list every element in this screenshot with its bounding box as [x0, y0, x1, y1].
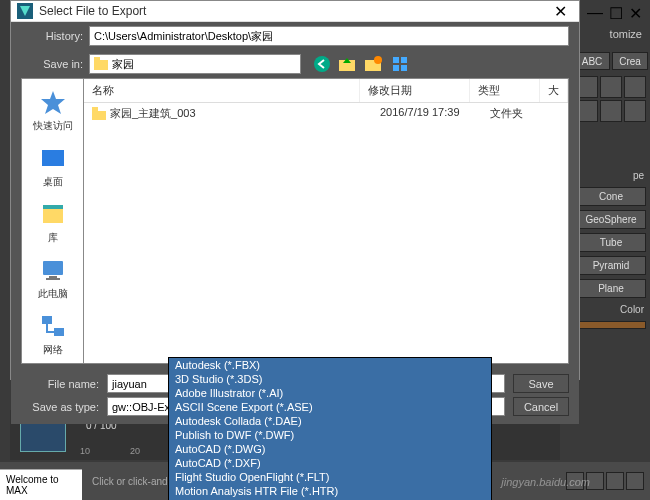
primitive-pyramid[interactable]: Pyramid	[576, 256, 646, 275]
type-option[interactable]: AutoCAD (*.DXF)	[169, 456, 491, 470]
name-color-label: Color	[572, 300, 650, 319]
welcome-label: Welcome to MAX	[0, 469, 82, 500]
svg-rect-11	[42, 150, 64, 166]
next-frame-button[interactable]	[626, 472, 644, 490]
svg-rect-18	[42, 316, 52, 324]
new-folder-icon[interactable]	[365, 55, 383, 73]
up-folder-icon[interactable]	[339, 55, 357, 73]
savein-label: Save in:	[21, 58, 83, 70]
watermark: jingyan.baidu.com	[501, 476, 590, 488]
view-menu-icon[interactable]	[391, 55, 409, 73]
back-icon[interactable]	[313, 55, 331, 73]
panel-tab-create[interactable]: Crea	[612, 52, 648, 70]
dialog-close-button[interactable]: ✕	[547, 1, 573, 21]
list-header[interactable]: 名称 修改日期 类型 大	[84, 79, 568, 103]
save-button[interactable]: Save	[513, 374, 569, 393]
sidebar-item-thispc[interactable]: 此电脑	[38, 257, 68, 301]
tool-button[interactable]	[624, 100, 646, 122]
file-list[interactable]: 名称 修改日期 类型 大 家园_主建筑_003 2016/7/19 17:39 …	[83, 78, 569, 364]
type-option[interactable]: ASCII Scene Export (*.ASE)	[169, 400, 491, 414]
svg-rect-8	[401, 57, 407, 63]
sidebar-item-quickaccess[interactable]: 快速访问	[33, 89, 73, 133]
type-option[interactable]: Motion Analysis HTR File (*.HTR)	[169, 484, 491, 498]
menu-customize[interactable]: tomize	[604, 26, 648, 42]
column-type[interactable]: 类型	[470, 79, 540, 102]
svg-rect-20	[92, 111, 106, 120]
history-dropdown[interactable]: C:\Users\Administrator\Desktop\家园	[89, 26, 569, 46]
folder-icon	[94, 57, 108, 71]
filename-label: File name:	[21, 378, 99, 390]
library-icon	[39, 201, 67, 229]
svg-rect-7	[393, 57, 399, 63]
primitive-geosphere[interactable]: GeoSphere	[576, 210, 646, 229]
star-icon	[39, 89, 67, 117]
primitive-cone[interactable]: Cone	[576, 187, 646, 206]
dialog-title: Select File to Export	[39, 4, 547, 18]
export-dialog: Select File to Export ✕ History: C:\User…	[10, 0, 580, 380]
svg-rect-12	[43, 209, 63, 223]
svg-rect-9	[393, 65, 399, 71]
cancel-button[interactable]: Cancel	[513, 397, 569, 416]
column-date[interactable]: 修改日期	[360, 79, 470, 102]
sidebar-item-desktop[interactable]: 桌面	[39, 145, 67, 189]
svg-point-3	[314, 56, 330, 72]
column-name[interactable]: 名称	[84, 79, 360, 102]
history-label: History:	[21, 30, 83, 42]
primitive-tube[interactable]: Tube	[576, 233, 646, 252]
svg-rect-1	[94, 60, 108, 70]
svg-rect-17	[46, 278, 60, 280]
tool-button[interactable]	[600, 76, 622, 98]
app-window-controls: — ☐ ✕	[579, 0, 650, 26]
svg-rect-14	[43, 205, 63, 209]
column-size[interactable]: 大	[540, 79, 568, 102]
dialog-titlebar[interactable]: Select File to Export ✕	[11, 1, 579, 22]
type-option[interactable]: 3D Studio (*.3DS)	[169, 372, 491, 386]
svg-rect-10	[401, 65, 407, 71]
type-option[interactable]: Autodesk (*.FBX)	[169, 358, 491, 372]
type-option[interactable]: Autodesk Collada (*.DAE)	[169, 414, 491, 428]
folder-icon	[92, 107, 106, 121]
svg-rect-16	[49, 276, 57, 278]
command-panel: ABC Crea pe Cone GeoSphere Tube Pyramid …	[572, 50, 650, 460]
savetype-label: Save as type:	[21, 401, 99, 413]
svg-rect-21	[92, 107, 98, 112]
close-icon[interactable]: ✕	[629, 4, 642, 23]
type-option[interactable]: Adobe Illustrator (*.AI)	[169, 386, 491, 400]
type-option[interactable]: AutoCAD (*.DWG)	[169, 442, 491, 456]
svg-rect-15	[43, 261, 63, 275]
savetype-options-list[interactable]: Autodesk (*.FBX) 3D Studio (*.3DS) Adobe…	[168, 357, 492, 500]
maximize-icon[interactable]: ☐	[609, 4, 623, 23]
sidebar-item-libraries[interactable]: 库	[39, 201, 67, 245]
computer-icon	[39, 257, 67, 285]
list-item[interactable]: 家园_主建筑_003 2016/7/19 17:39 文件夹	[84, 103, 568, 124]
tool-button[interactable]	[624, 76, 646, 98]
tool-button[interactable]	[600, 100, 622, 122]
sidebar-item-network[interactable]: 网络	[39, 313, 67, 357]
status-hint: Click or click-and-dr	[92, 476, 180, 487]
svg-rect-19	[54, 328, 64, 336]
type-option[interactable]: Flight Studio OpenFlight (*.FLT)	[169, 470, 491, 484]
color-swatch[interactable]	[576, 321, 646, 329]
primitive-plane[interactable]: Plane	[576, 279, 646, 298]
minimize-icon[interactable]: —	[587, 4, 603, 22]
app-icon	[17, 3, 33, 19]
places-sidebar: 快速访问 桌面 库 此电脑 网络	[21, 78, 83, 364]
svg-rect-2	[94, 57, 100, 61]
desktop-icon	[39, 145, 67, 173]
network-icon	[39, 313, 67, 341]
svg-point-6	[374, 56, 382, 64]
object-type-label: pe	[572, 166, 650, 185]
play-button[interactable]	[606, 472, 624, 490]
type-option[interactable]: Publish to DWF (*.DWF)	[169, 428, 491, 442]
savein-dropdown[interactable]: 家园	[89, 54, 301, 74]
